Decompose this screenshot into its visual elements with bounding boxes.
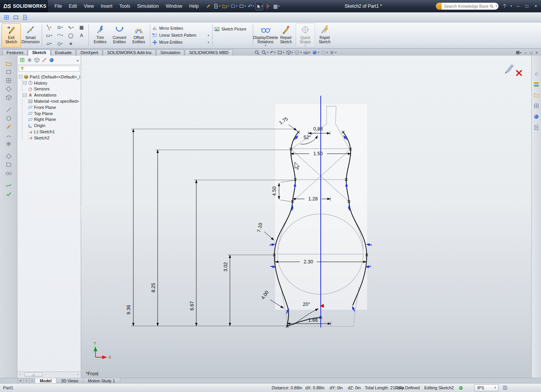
apply-scene-icon[interactable]: ▾ [321,50,328,55]
tree-item-sketch1[interactable]: (-) Sketch1 [23,129,80,135]
caret-down-icon[interactable]: ▾ [278,5,280,8]
point-tool-icon[interactable]: ∗ [65,39,76,48]
window-layout-icon[interactable] [12,14,19,20]
menu-help[interactable]: Help [186,0,202,12]
save-icon[interactable]: ▾ [230,2,238,10]
offset-entities-button[interactable]: Offset Entities [129,23,148,48]
mirror-entities-button[interactable]: Mirror Entities [152,25,211,31]
menu-simulation[interactable]: Simulation [134,0,162,12]
search-icon[interactable] [489,4,494,8]
left-toolbar-icon[interactable] [5,107,12,113]
doc-restore-icon[interactable]: □ [530,50,532,55]
pencil-icon[interactable] [204,2,212,10]
select-icon[interactable]: ▾ [255,2,263,10]
caret-down-icon[interactable]: ▾ [208,41,209,44]
zoom-area-icon[interactable]: ▾ [261,50,269,55]
open-icon[interactable]: ▾ [221,2,229,10]
expand-icon[interactable]: + [23,81,27,85]
custom-properties-icon[interactable] [533,124,539,131]
collapse-icon[interactable]: − [19,75,22,78]
sketch-picture-button[interactable]: Sketch Picture [214,26,251,32]
tab-solidworks-mbd[interactable]: SOLIDWORKS MBD [185,49,233,56]
help-caret-icon[interactable]: ▾ [509,2,514,10]
sketch-pencil-icon[interactable] [506,64,514,73]
zoom-fit-icon[interactable] [254,50,260,55]
tab-3d-views[interactable]: 3D Views [56,378,83,383]
smart-dimension-button[interactable]: Smart Dimension [21,23,40,48]
caret-down-icon[interactable]: ▾ [268,5,270,8]
caret-down-icon[interactable]: ▾ [228,5,229,8]
undo-icon[interactable]: ↶▾ [247,2,255,10]
tabs-first-icon[interactable]: « [18,378,24,383]
left-toolbar-icon[interactable] [5,170,12,176]
caret-down-icon[interactable]: ▾ [265,44,266,47]
view-palette-icon[interactable] [533,103,539,109]
spline-tool-icon[interactable]: ∿▾ [65,23,76,31]
tree-item-sensors[interactable]: Sensors [23,86,80,92]
display-delete-relations-button[interactable]: Display/Delete Relations ▾ [255,23,276,48]
menu-file[interactable]: File [51,0,65,12]
propertymanager-tab-icon[interactable] [27,57,32,63]
doc-minimize-icon[interactable]: – [524,50,527,55]
circle-tool-icon[interactable]: ⊙▾ [54,23,65,31]
tree-horizontal-scrollbar[interactable]: ‹ ||| › [17,372,81,377]
sketch-canvas[interactable]: 9.36 8.25 6.67 3.02 4.50 [81,56,531,378]
window-layout-icon[interactable] [22,14,29,20]
left-toolbar-icon[interactable] [5,69,12,75]
caret-down-icon[interactable]: ▾ [252,5,254,8]
sketch-toggle-icon[interactable]: ▾ [264,2,272,10]
arc-tool-icon[interactable]: ◠▾ [54,31,65,39]
tree-item-sketch2[interactable]: Sketch2 [23,135,80,141]
left-toolbar-icon[interactable] [5,124,12,130]
hide-show-items-icon[interactable]: ▾ [303,50,311,55]
text-tool-icon[interactable]: A [76,31,87,39]
search-input[interactable]: Search Knowledge Base [442,4,489,8]
caret-down-icon[interactable]: ▾ [305,44,306,47]
tab-sketch[interactable]: Sketch [28,49,50,56]
appearances-icon[interactable] [533,114,539,120]
doc-close-icon[interactable]: × [536,50,538,55]
left-toolbar-icon[interactable] [5,115,12,122]
tree-item-right-plane[interactable]: Right Plane [23,117,80,123]
scroll-right-icon[interactable]: › [75,373,81,376]
graphics-viewport[interactable]: 9.36 8.25 6.67 3.02 4.50 [81,56,531,378]
rectangle-tool-icon[interactable]: ▭▾ [44,31,54,39]
tree-item-history[interactable]: + History [23,80,80,86]
display-style-icon[interactable]: ▾ [294,50,302,55]
search-box[interactable]: Search Knowledge Base ▾ [436,3,498,10]
tabs-prev-icon[interactable]: ‹ [24,378,29,383]
expand-icon[interactable]: + [23,93,27,97]
convert-entities-button[interactable]: Convert Entities [110,23,129,48]
pane-toggle-icon[interactable] [502,385,508,390]
trim-entities-button[interactable]: Trim Entities [90,23,110,48]
dimxpertmanager-tab-icon[interactable] [41,57,47,63]
help-button[interactable]: ? [500,2,509,10]
viewport-grid-icon[interactable]: ▦▾ [516,50,521,55]
tree-filter-box[interactable] [19,66,80,71]
menu-tools[interactable]: Tools [116,0,134,12]
section-view-icon[interactable]: ▾ [277,50,284,55]
left-toolbar-icon[interactable] [5,132,12,139]
left-toolbar-icon[interactable] [5,182,12,189]
view-settings-icon[interactable]: ▾ [329,50,337,55]
display-pane-icon[interactable]: ▦▾ [272,2,280,10]
previous-view-icon[interactable]: ↶▾ [270,50,276,55]
tree-item-material[interactable]: Material <not specified> [23,98,80,104]
menu-view[interactable]: View [80,0,97,12]
left-toolbar-icon[interactable] [5,153,12,160]
task-pane-home-icon[interactable]: ⌂ [533,70,539,76]
caret-down-icon[interactable]: ▾ [245,5,246,8]
rapid-sketch-button[interactable]: Rapid Sketch [315,23,334,48]
sketch-pattern-tool-icon[interactable]: ▦ [76,23,87,31]
exit-sketch-button[interactable]: Exit Sketch [2,23,21,48]
tree-item-origin[interactable]: Origin [23,122,80,129]
left-toolbar-icon[interactable] [5,86,12,92]
scroll-left-icon[interactable]: ‹ [17,373,23,376]
line-tool-icon[interactable]: ╲▾ [44,23,54,31]
tab-features[interactable]: Features [2,49,27,56]
new-document-icon[interactable]: ▾ [213,2,221,10]
left-toolbar-icon[interactable] [5,141,12,147]
tree-item-annotations[interactable]: + A Annotations [23,92,80,98]
confirmation-corner[interactable] [505,64,522,76]
tab-motion-study-1[interactable]: Motion Study 1 [83,378,120,383]
